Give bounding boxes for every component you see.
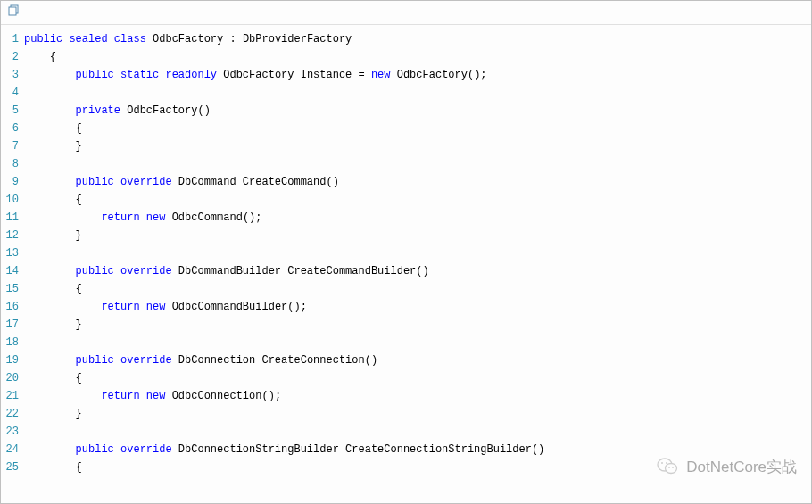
code-line: 5 private OdbcFactory() [1,102,811,120]
code-line: 1public sealed class OdbcFactory : DbPro… [1,30,811,48]
code-content: return new OdbcConnection(); [24,387,811,405]
code-toolbar [1,1,811,25]
line-number: 6 [1,120,24,137]
code-content [24,334,811,351]
code-line: 15 { [1,280,811,298]
code-line: 16 return new OdbcCommandBuilder(); [1,298,811,316]
code-content: public sealed class OdbcFactory : DbProv… [24,30,811,48]
line-number: 12 [1,227,24,244]
code-content: } [24,227,811,244]
code-line: 17 } [1,316,811,334]
code-content [24,84,811,102]
line-number: 8 [1,155,24,173]
code-content: } [24,316,811,334]
wechat-icon [656,455,679,478]
svg-point-7 [672,467,674,468]
code-content: { [24,191,811,209]
line-number: 16 [1,298,24,316]
code-content: private OdbcFactory() [24,102,811,120]
code-line: 14 public override DbCommandBuilder Crea… [1,262,811,280]
line-number: 1 [1,30,24,48]
copy-icon[interactable] [8,4,21,17]
watermark: DotNetCore实战 [656,455,797,478]
line-number: 17 [1,316,24,334]
code-line: 13 [1,244,811,262]
code-line: 20 { [1,369,811,387]
code-line: 12 } [1,227,811,244]
code-content: } [24,405,811,423]
code-content: public static readonly OdbcFactory Insta… [24,66,811,84]
code-content: { [24,120,811,137]
line-number: 20 [1,369,24,387]
line-number: 11 [1,209,24,227]
line-number: 7 [1,137,24,155]
code-content: public override DbCommandBuilder CreateC… [24,262,811,280]
code-line: 3 public static readonly OdbcFactory Ins… [1,66,811,84]
code-line: 9 public override DbCommand CreateComman… [1,173,811,191]
code-line: 4 [1,84,811,102]
code-line: 19 public override DbConnection CreateCo… [1,351,811,369]
svg-point-4 [661,462,663,464]
line-number: 5 [1,102,24,120]
line-number: 15 [1,280,24,298]
code-content: return new OdbcCommand(); [24,209,811,227]
svg-point-5 [666,462,667,464]
line-number: 23 [1,423,24,441]
code-line: 2 { [1,48,811,66]
line-number: 9 [1,173,24,191]
code-line: 11 return new OdbcCommand(); [1,209,811,227]
watermark-text: DotNetCore实战 [686,457,797,477]
line-number: 22 [1,405,24,423]
code-line: 6 { [1,120,811,137]
code-content: } [24,137,811,155]
code-line: 8 [1,155,811,173]
code-line: 22 } [1,405,811,423]
code-line: 18 [1,334,811,351]
code-line: 21 return new OdbcConnection(); [1,387,811,405]
line-number: 25 [1,459,24,476]
code-content [24,155,811,173]
code-line: 7 } [1,137,811,155]
line-number: 4 [1,84,24,102]
line-number: 10 [1,191,24,209]
code-content: public override DbConnection CreateConne… [24,351,811,369]
svg-point-3 [666,464,677,474]
line-number: 18 [1,334,24,351]
code-content: return new OdbcCommandBuilder(); [24,298,811,316]
code-content [24,423,811,441]
code-content: { [24,369,811,387]
code-line: 10 { [1,191,811,209]
code-line: 23 [1,423,811,441]
line-number: 3 [1,66,24,84]
line-number: 13 [1,244,24,262]
line-number: 24 [1,441,24,459]
line-number: 2 [1,48,24,66]
line-number: 21 [1,387,24,405]
code-block: 1public sealed class OdbcFactory : DbPro… [1,25,811,482]
code-content: { [24,280,811,298]
line-number: 14 [1,262,24,280]
code-content [24,244,811,262]
code-content: { [24,48,811,66]
svg-rect-1 [9,7,16,15]
svg-point-6 [668,467,670,468]
line-number: 19 [1,351,24,369]
code-content: public override DbCommand CreateCommand(… [24,173,811,191]
